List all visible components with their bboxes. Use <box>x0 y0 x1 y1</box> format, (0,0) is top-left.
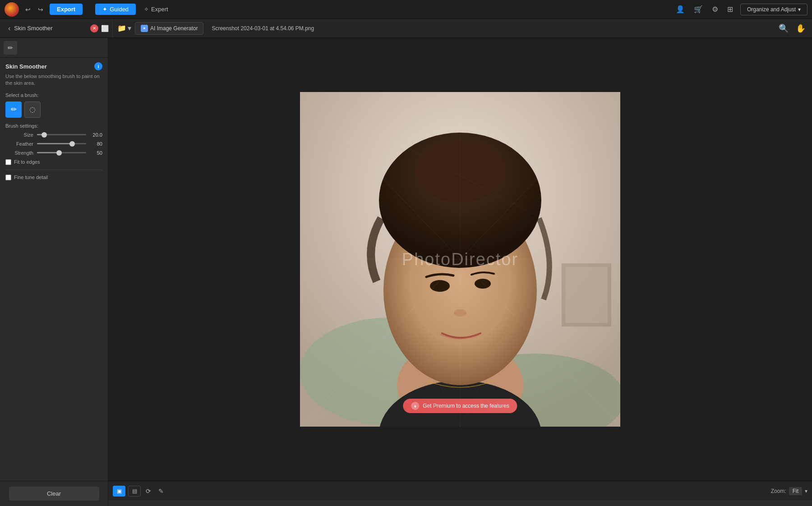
left-panel: ✏ Skin Smoother i Use the below smoothin… <box>0 38 108 481</box>
expert-label: Expert <box>151 6 168 13</box>
strength-slider-row: Strength 50 <box>5 150 102 156</box>
tab-expert[interactable]: ✧ Expert <box>137 4 175 15</box>
size-value: 20.0 <box>90 132 102 138</box>
premium-icon: ♦ <box>411 402 419 410</box>
svg-point-9 <box>475 279 491 289</box>
export-button[interactable]: Export <box>50 4 83 15</box>
bottom-bar-left: ▣ ▤ ⟳ ✎ <box>113 486 166 497</box>
panel-description: Use the below smoothing brush to paint o… <box>5 73 102 87</box>
main-content-area: ✏ Skin Smoother i Use the below smoothin… <box>0 38 812 481</box>
strength-slider[interactable] <box>37 152 86 153</box>
expert-icon: ✧ <box>144 6 149 13</box>
top-bar: ↩ ↪ Export ✦ Guided ✧ Expert 👤 🛒 ⚙ ⊞ Org… <box>0 0 812 19</box>
divider <box>5 170 102 170</box>
organize-label: Organize and Adjust <box>747 6 796 13</box>
organize-button[interactable]: Organize and Adjust ▾ <box>740 4 807 15</box>
info-icon[interactable]: i <box>94 62 102 70</box>
size-label: Size <box>5 132 33 138</box>
fit-to-edges-label: Fit to edges <box>14 159 40 165</box>
secondary-bar: ‹ Skin Smoother ✕ ⬜ 📁 ▾ ✦ AI Image Gener… <box>0 19 812 38</box>
size-slider[interactable] <box>37 134 86 135</box>
ai-icon: ✦ <box>141 25 148 32</box>
svg-rect-12 <box>565 267 608 323</box>
ai-gen-label: AI Image Generator <box>150 25 198 32</box>
view-compare-button[interactable]: ▤ <box>128 486 141 497</box>
photo-svg <box>300 92 620 427</box>
file-area: 📁 ▾ ✦ AI Image Generator Screenshot 2024… <box>113 22 318 35</box>
feather-label: Feather <box>5 141 33 147</box>
top-bar-right: 👤 🛒 ⚙ ⊞ Organize and Adjust ▾ <box>674 3 807 15</box>
mode-tabs: ✦ Guided ✧ Expert <box>95 4 175 15</box>
bottom-bar-right: Zoom: Fit ▾ <box>771 487 807 495</box>
undo-redo-group: ↩ ↪ <box>23 4 46 15</box>
strength-value: 50 <box>90 150 102 156</box>
svg-point-8 <box>430 280 450 292</box>
tool-icon-strip: ✏ <box>0 38 108 58</box>
folder-arrow-icon: ▾ <box>128 24 131 32</box>
brush-select-label: Select a brush: <box>5 92 102 98</box>
secondary-bar-right: 🔍 ✋ <box>777 22 807 35</box>
tab-guided[interactable]: ✦ Guided <box>95 4 136 15</box>
folder-icon: 📁 <box>117 24 126 32</box>
panel-content: Skin Smoother i Use the below smoothing … <box>0 58 108 481</box>
guided-label: Guided <box>110 6 129 13</box>
fine-tune-row: Fine tune detail <box>5 175 102 180</box>
app-logo <box>5 2 19 17</box>
zoom-value: Fit <box>789 487 802 495</box>
view-single-button[interactable]: ▣ <box>113 486 125 497</box>
grid-icon[interactable]: ⊞ <box>725 3 735 15</box>
panel-expand-button[interactable]: ⬜ <box>101 24 109 32</box>
premium-label: Get Premium to access the features <box>423 403 509 409</box>
ai-generator-button[interactable]: ✦ AI Image Generator <box>135 22 203 35</box>
panel-title: Skin Smoother <box>14 25 52 32</box>
account-icon[interactable]: 👤 <box>674 3 687 15</box>
cart-icon[interactable]: 🛒 <box>692 3 705 15</box>
fit-to-edges-row: Fit to edges <box>5 159 102 165</box>
section-title-text: Skin Smoother <box>5 63 47 70</box>
brush-tools: ✏ ◌ <box>5 101 102 118</box>
zoom-label: Zoom: <box>771 488 786 494</box>
settings-icon[interactable]: ⚙ <box>710 3 720 15</box>
feather-slider[interactable] <box>37 143 86 144</box>
panel-header: ‹ Skin Smoother ✕ ⬜ <box>5 19 113 37</box>
edit-icon-button[interactable]: ✎ <box>156 486 166 496</box>
feather-value: 80 <box>90 141 102 147</box>
back-button[interactable]: ‹ <box>8 24 10 32</box>
premium-badge[interactable]: ♦ Get Premium to access the features <box>403 399 517 413</box>
fine-tune-label: Fine tune detail <box>14 175 48 180</box>
paint-brush-button[interactable]: ✏ <box>5 101 22 118</box>
bottom-row: Clear ▣ ▤ ⟳ ✎ Zoom: Fit ▾ <box>0 481 812 506</box>
photo-background: PhotoDirector ♦ Get Premium to access th… <box>300 92 620 427</box>
filename-label: Screenshot 2024-03-01 at 4.54.06 PM.png <box>212 25 314 32</box>
hand-tool-button[interactable]: ✋ <box>794 22 807 35</box>
erase-brush-button[interactable]: ◌ <box>24 101 41 118</box>
fine-tune-checkbox[interactable] <box>5 175 11 180</box>
undo-button[interactable]: ↩ <box>23 4 33 15</box>
redo-button[interactable]: ↪ <box>35 4 46 15</box>
photo-container: PhotoDirector ♦ Get Premium to access th… <box>300 92 620 427</box>
folder-button[interactable]: 📁 ▾ <box>117 24 131 32</box>
skin-smoother-tool-icon[interactable]: ✏ <box>4 41 17 55</box>
strength-label: Strength <box>5 150 33 156</box>
guided-icon: ✦ <box>102 6 107 13</box>
panel-close-button[interactable]: ✕ <box>90 24 98 32</box>
feather-slider-row: Feather 80 <box>5 141 102 147</box>
zoom-dropdown-button[interactable]: ▾ <box>805 488 807 494</box>
brush-settings-label: Brush settings: <box>5 123 102 129</box>
fit-to-edges-checkbox[interactable] <box>5 159 11 165</box>
canvas-area: PhotoDirector ♦ Get Premium to access th… <box>108 38 812 481</box>
rotate-icon-button[interactable]: ⟳ <box>143 486 153 496</box>
bottom-left: Clear <box>0 481 108 506</box>
panel-section-title: Skin Smoother i <box>5 62 102 70</box>
search-button[interactable]: 🔍 <box>777 22 790 35</box>
organize-arrow-icon: ▾ <box>798 6 801 13</box>
size-slider-row: Size 20.0 <box>5 132 102 138</box>
bottom-bar: ▣ ▤ ⟳ ✎ Zoom: Fit ▾ <box>108 481 812 501</box>
clear-button[interactable]: Clear <box>9 487 99 501</box>
